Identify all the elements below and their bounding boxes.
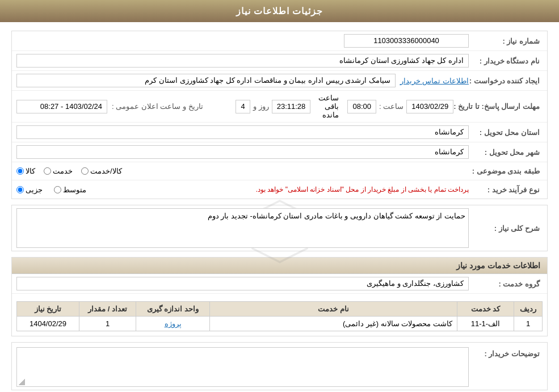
need-description-row: شرح کلی نیاز : حمایت از توسعه کشت گیاهان… <box>12 205 547 251</box>
table-header-row: ردیف کد خدمت نام خدمت واحد اندازه گیری ت… <box>17 302 543 317</box>
need-number-row: شماره نیاز : 1103003336000040 <box>12 31 547 51</box>
radio-kala-khadamat[interactable]: کالا/خدمت <box>81 167 122 175</box>
services-section: اطلاعات خدمات مورد نیاز گروه خدمت : کشاو… <box>11 257 548 336</box>
cell-service-name: کاشت محصولات سالانه (غیر دائمی) <box>210 317 457 331</box>
purchase-radio-group: متوسط جزیی <box>16 186 86 194</box>
buyer-org-label: نام دستگاه خریدار : <box>469 57 543 65</box>
city-row: شهر محل تحویل : کرمانشاه <box>12 142 547 162</box>
service-group-value: کشاورزی، جنگلداری و ماهیگیری <box>16 277 469 290</box>
col-unit: واحد اندازه گیری <box>136 302 210 317</box>
province-row: استان محل تحویل : کرمانشاه <box>12 123 547 142</box>
radio-motavasset-label: متوسط <box>63 186 86 194</box>
need-number-value: 1103003336000040 <box>344 34 469 48</box>
remaining-time-label-text: ساعت باقی مانده <box>313 94 339 119</box>
buyer-org-value: اداره کل جهاد کشاورزی استان کرمانشاه <box>16 54 469 68</box>
subject-row: طبقه بندی موضوعی : کالا/خدمت خدمت کالا <box>12 162 547 180</box>
purchase-type-label: نوع فرآیند خرید : <box>469 186 543 194</box>
buyer-desc-label: توضیحات خریدار : <box>469 347 543 358</box>
col-quantity: تعداد / مقدار <box>79 302 136 317</box>
subject-label: طبقه بندی موضوعی : <box>469 167 543 175</box>
page-title: جزئیات اطلاعات نیاز <box>236 6 323 16</box>
response-time-label: ساعت : <box>379 102 404 111</box>
need-description-value: حمایت از توسعه کشت گیاهان دارویی و باغات… <box>16 208 469 248</box>
content-area: شماره نیاز : 1103003336000040 نام دستگاه… <box>0 22 559 392</box>
radio-kala-khadamat-input[interactable] <box>81 167 89 175</box>
radio-jozee-label: جزیی <box>26 186 43 194</box>
services-table: ردیف کد خدمت نام خدمت واحد اندازه گیری ت… <box>16 301 543 331</box>
response-date-value: 1403/02/29 <box>406 100 453 113</box>
remaining-time-group: ساعت باقی مانده 23:11:28 روز و 4 <box>236 94 339 119</box>
radio-motavasset[interactable]: متوسط <box>54 186 86 194</box>
province-value: کرمانشاه <box>16 125 469 139</box>
radio-jozee-input[interactable] <box>16 186 24 193</box>
col-service-code: کد خدمت <box>457 302 514 317</box>
radio-khadamat-label: خدمت <box>53 167 73 175</box>
cell-service-code: الف-1-11 <box>457 317 514 331</box>
radio-jozee[interactable]: جزیی <box>16 186 43 194</box>
cell-unit: پروژه <box>136 317 210 331</box>
page-wrapper: جزئیات اطلاعات نیاز شماره نیاز : 1103003… <box>0 0 559 392</box>
announcement-label: تاریخ و ساعت اعلان عمومی : <box>112 102 203 111</box>
announcement-value: 1403/02/24 - 08:27 <box>16 100 107 113</box>
purchase-type-row: نوع فرآیند خرید : پرداخت تمام یا بخشی از… <box>12 180 547 199</box>
buyer-desc-resize <box>18 378 25 385</box>
service-group-row: گروه خدمت : کشاورزی، جنگلداری و ماهیگیری <box>12 274 547 294</box>
radio-kala-input[interactable] <box>16 167 24 175</box>
city-label: شهر محل تحویل : <box>469 148 543 157</box>
response-time-value: 08:00 <box>347 100 376 113</box>
cell-row-num: 1 <box>514 317 543 331</box>
col-service-name: نام خدمت <box>210 302 457 317</box>
info-form-section: شماره نیاز : 1103003336000040 نام دستگاه… <box>11 31 548 199</box>
cell-date: 1404/02/29 <box>17 317 79 331</box>
need-number-label: شماره نیاز : <box>469 37 543 45</box>
description-section: شرح کلی نیاز : حمایت از توسعه کشت گیاهان… <box>11 205 548 251</box>
services-section-title: اطلاعات خدمات مورد نیاز <box>12 258 547 274</box>
cell-quantity: 1 <box>79 317 136 331</box>
radio-kala-khadamat-label: کالا/خدمت <box>90 167 122 175</box>
radio-kala-label: کالا <box>26 167 35 175</box>
buyer-org-row: نام دستگاه خریدار : اداره کل جهاد کشاورز… <box>12 51 547 71</box>
buyer-desc-value <box>16 347 469 387</box>
response-deadline-label: مهلت ارسال پاسخ: تا تاریخ : <box>453 102 543 111</box>
radio-khadamat-input[interactable] <box>44 167 51 175</box>
col-date: تاریخ نیاز <box>17 302 79 317</box>
radio-motavasset-input[interactable] <box>54 186 61 193</box>
radio-khadamat[interactable]: خدمت <box>44 167 73 175</box>
remaining-days-label: روز و <box>253 102 269 111</box>
response-datetime-group: 1403/02/29 ساعت : 08:00 ساعت باقی مانده … <box>236 94 453 119</box>
response-deadline-row: مهلت ارسال پاسخ: تا تاریخ : 1403/02/29 س… <box>12 91 547 123</box>
page-header: جزئیات اطلاعات نیاز <box>0 0 559 22</box>
buyer-desc-section: توضیحات خریدار : <box>11 342 548 390</box>
purchase-notice: پرداخت تمام یا بخشی از مبلغ خریدار از مح… <box>256 186 469 193</box>
city-value: کرمانشاه <box>16 145 469 159</box>
radio-kala[interactable]: کالا <box>16 167 35 175</box>
service-group-label: گروه خدمت : <box>469 280 543 288</box>
creator-label: ایجاد کننده درخواست : <box>469 77 543 85</box>
table-row: 1 الف-1-11 کاشت محصولات سالانه (غیر دائم… <box>17 317 543 331</box>
province-label: استان محل تحویل : <box>469 128 543 137</box>
need-description-label: شرح کلی نیاز : <box>469 224 543 233</box>
remaining-days-value: 4 <box>236 100 250 113</box>
remaining-time-value: 23:11:28 <box>272 100 311 113</box>
creator-value: سیامک ارشدی رییس اداره بیمان و مناقصات ا… <box>16 74 396 87</box>
creator-contact-link[interactable]: اطلاعات تماس خریدار <box>400 77 469 85</box>
buyer-desc-row: توضیحات خریدار : <box>12 343 547 390</box>
main-form: شماره نیاز : 1103003336000040 نام دستگاه… <box>11 31 548 392</box>
services-table-wrapper: ردیف کد خدمت نام خدمت واحد اندازه گیری ت… <box>12 294 547 336</box>
creator-row: ایجاد کننده درخواست : اطلاعات تماس خریدا… <box>12 71 547 91</box>
col-row-num: ردیف <box>514 302 543 317</box>
subject-radio-group: کالا/خدمت خدمت کالا <box>16 167 469 175</box>
